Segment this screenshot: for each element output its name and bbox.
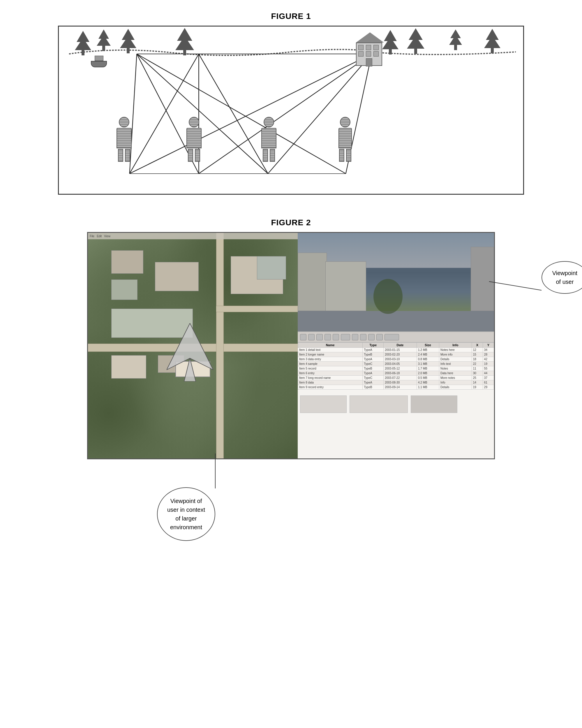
building-body — [356, 43, 382, 66]
table-row: Item 3 data entryTypeA2003-03-100.8 MBDe… — [298, 357, 494, 362]
sv-vegetation — [373, 279, 402, 314]
toolbar-btn-10[interactable] — [376, 334, 383, 340]
tree-7 — [449, 29, 462, 50]
figure1-title: FIGURE 1 — [271, 12, 311, 21]
svg-line-3 — [137, 54, 346, 174]
svg-line-7 — [130, 54, 372, 174]
menu-edit[interactable]: Edit — [97, 235, 102, 238]
building-roof — [356, 32, 384, 43]
tree-8 — [484, 29, 500, 53]
toolbar-btn-11[interactable] — [385, 334, 399, 340]
col-type: Type — [363, 343, 383, 348]
menu-file[interactable]: File — [90, 235, 95, 238]
tree-4 — [175, 28, 194, 55]
toolbar-btn-2[interactable] — [308, 334, 315, 340]
table-row: Item 4 sampleTypeC2003-04-053.1 MBInfo t… — [298, 362, 494, 366]
map-menubar: File Edit View — [88, 233, 298, 239]
map-panel: File Edit View — [88, 233, 298, 459]
col-y: Y — [483, 343, 494, 348]
sv-building-2 — [325, 261, 366, 311]
table-row: Item 5 recordTypeB2003-05-121.7 MBNotes1… — [298, 366, 494, 371]
data-table: Name Type Date Size Info X Y Item 1 deta… — [298, 342, 494, 390]
table-row: Item 1 detail textTypeA2003-01-151.2 MBN… — [298, 348, 494, 352]
tree-1 — [75, 31, 91, 55]
building — [356, 32, 384, 66]
toolbar-btn-7[interactable] — [352, 334, 358, 340]
col-size: Size — [417, 343, 439, 348]
toolbar-btn-4[interactable] — [324, 334, 331, 340]
svg-line-6 — [199, 54, 268, 174]
bottom-item-1 — [300, 395, 347, 413]
sv-building-1 — [298, 253, 327, 311]
tree-3 — [120, 29, 136, 53]
person-4 — [339, 117, 352, 162]
map-building-5 — [111, 355, 146, 379]
tree-6 — [407, 28, 424, 54]
menu-view[interactable]: View — [104, 235, 110, 238]
map-building-8 — [257, 256, 286, 280]
boat-cabin — [95, 56, 103, 61]
callout-right-text: Viewpoint of user — [552, 270, 577, 285]
figure2-title: FIGURE 2 — [271, 218, 311, 227]
toolbar-btn-8[interactable] — [360, 334, 366, 340]
toolbar-btn-9[interactable] — [368, 334, 375, 340]
col-x: X — [472, 343, 483, 348]
bottom-strip — [298, 393, 494, 415]
street-view — [298, 233, 494, 332]
data-panel: Name Type Date Size Info X Y Item 1 deta… — [298, 342, 494, 459]
callout-right: Viewpoint of user — [541, 261, 582, 294]
bottom-item-2 — [349, 395, 408, 413]
table-row: Item 6 entryTypeA2003-06-182.0 MBData he… — [298, 371, 494, 376]
boat-body — [91, 61, 107, 67]
toolbar-btn-1[interactable] — [300, 334, 307, 340]
tree-5 — [382, 30, 398, 54]
bottom-item-3 — [411, 395, 457, 413]
road-horizontal-2 — [216, 306, 298, 312]
table-row: Item 2 longer nameTypeB2003-02-202.4 MBM… — [298, 352, 494, 357]
col-info: Info — [439, 343, 472, 348]
toolbar-btn-6[interactable] — [341, 334, 350, 340]
map-building-1 — [111, 250, 143, 274]
table-row: Item 7 long record nameTypeC2003-07-220.… — [298, 376, 494, 380]
figure1-container — [58, 26, 524, 195]
svg-line-2 — [137, 54, 268, 174]
col-date: Date — [383, 343, 417, 348]
viewpoint-arrow — [167, 323, 213, 383]
callout-bottom: Viewpoint of user in context of larger e… — [157, 487, 215, 541]
map-building-3 — [155, 262, 199, 291]
boat — [91, 56, 107, 67]
figure2-container: File Edit View — [87, 232, 495, 459]
col-name: Name — [298, 343, 363, 348]
toolbar-btn-3[interactable] — [316, 334, 323, 340]
sv-road — [298, 311, 494, 331]
table-row: Item 8 dataTypeA2003-08-304.2 MBInfo1461 — [298, 380, 494, 385]
svg-line-18 — [489, 282, 541, 290]
sv-building-3 — [471, 247, 494, 311]
toolbar-btn-5[interactable] — [333, 334, 339, 340]
tree-2 — [97, 29, 111, 51]
svg-marker-17 — [184, 358, 196, 382]
right-panel: Name Type Date Size Info X Y Item 1 deta… — [298, 233, 494, 459]
svg-line-9 — [268, 54, 372, 174]
table-row: Item 9 record entryTypeB2003-09-141.1 MB… — [298, 385, 494, 390]
person-3 — [261, 117, 276, 162]
toolbar-strip — [298, 332, 494, 342]
callout-bottom-text: Viewpoint of user in context of larger e… — [167, 498, 205, 530]
road-vertical-1 — [216, 233, 224, 459]
person-2 — [186, 117, 202, 162]
person-1 — [116, 117, 132, 162]
map-building-2 — [111, 280, 137, 300]
